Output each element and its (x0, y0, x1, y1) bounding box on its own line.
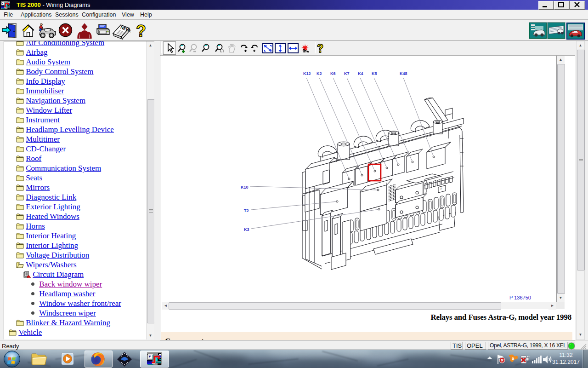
svg-text:K5: K5 (372, 71, 377, 76)
svg-text:K7: K7 (344, 71, 350, 76)
svg-text:K6: K6 (330, 71, 336, 76)
svg-text:K2: K2 (317, 71, 322, 76)
svg-text:K12: K12 (303, 71, 311, 76)
svg-text:F: F (441, 187, 442, 190)
svg-text:P 136750: P 136750 (509, 295, 531, 300)
svg-text:T2: T2 (244, 208, 249, 213)
svg-text:?: ? (136, 23, 146, 40)
svg-text:K10: K10 (241, 185, 249, 190)
svg-text:K3: K3 (244, 227, 249, 232)
svg-text:K48: K48 (400, 71, 407, 76)
svg-text:K4: K4 (358, 71, 363, 76)
